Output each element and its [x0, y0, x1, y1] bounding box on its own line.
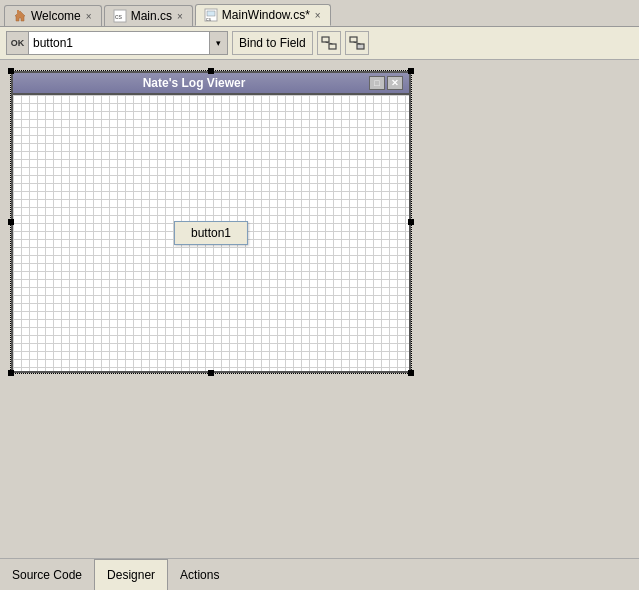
bind-to-field-button[interactable]: Bind to Field — [232, 31, 313, 55]
svg-rect-12 — [357, 44, 364, 49]
handle-bottom-right[interactable] — [408, 370, 414, 376]
home-icon — [13, 9, 27, 23]
maximize-button[interactable]: □ — [369, 76, 385, 90]
cs-designer-icon: cs — [204, 8, 218, 22]
handle-bottom-left[interactable] — [8, 370, 14, 376]
designer-frame[interactable]: Nate's Log Viewer □ ✕ button1 — [10, 70, 412, 374]
handle-top-right[interactable] — [408, 68, 414, 74]
component-dropdown-btn[interactable]: ▾ — [209, 32, 227, 54]
bottom-tab-source-code[interactable]: Source Code — [0, 559, 94, 590]
tab-welcome-close[interactable]: × — [85, 11, 93, 22]
component-ok-icon: OK — [7, 32, 29, 54]
bind-icon-1 — [321, 35, 337, 51]
tab-bar: Welcome × cs Main.cs × cs MainWindow.cs*… — [0, 0, 639, 27]
tab-mainwindow-cs-label: MainWindow.cs* — [222, 8, 310, 22]
bottom-tab-designer[interactable]: Designer — [94, 559, 168, 590]
tab-mainwindow-cs[interactable]: cs MainWindow.cs* × — [195, 4, 331, 26]
close-icon: ✕ — [391, 78, 399, 88]
titlebar-controls: □ ✕ — [369, 76, 403, 90]
handle-top-center[interactable] — [208, 68, 214, 74]
component-name: button1 — [29, 36, 209, 50]
designer-body: button1 — [11, 93, 411, 373]
handle-bottom-center[interactable] — [208, 370, 214, 376]
close-button[interactable]: ✕ — [387, 76, 403, 90]
design-canvas: Nate's Log Viewer □ ✕ button1 — [0, 60, 639, 558]
bottom-tab-designer-label: Designer — [107, 568, 155, 582]
handle-top-left[interactable] — [8, 68, 14, 74]
handle-middle-left[interactable] — [8, 219, 14, 225]
designer-inner[interactable]: button1 — [13, 95, 409, 371]
bottom-tab-actions[interactable]: Actions — [168, 559, 231, 590]
svg-text:cs: cs — [206, 16, 212, 22]
tab-main-cs-label: Main.cs — [131, 9, 172, 23]
handle-middle-right[interactable] — [408, 219, 414, 225]
designer-window: Nate's Log Viewer □ ✕ button1 — [11, 71, 411, 373]
toolbar-icon-btn-2[interactable] — [345, 31, 369, 55]
tab-welcome[interactable]: Welcome × — [4, 5, 102, 26]
tab-mainwindow-cs-close[interactable]: × — [314, 10, 322, 21]
svg-rect-9 — [329, 44, 336, 49]
bottom-tab-bar: Source Code Designer Actions — [0, 558, 639, 590]
dropdown-arrow-icon: ▾ — [216, 38, 221, 48]
tab-welcome-label: Welcome — [31, 9, 81, 23]
bottom-tab-source-code-label: Source Code — [12, 568, 82, 582]
designer-window-title: Nate's Log Viewer — [19, 76, 369, 90]
design-button1[interactable]: button1 — [174, 221, 248, 245]
maximize-icon: □ — [374, 78, 379, 88]
component-selector[interactable]: OK button1 ▾ — [6, 31, 228, 55]
designer-titlebar: Nate's Log Viewer □ ✕ — [11, 71, 411, 93]
cs-icon: cs — [113, 9, 127, 23]
svg-rect-11 — [350, 37, 357, 42]
bind-icon-2 — [349, 35, 365, 51]
toolbar: OK button1 ▾ Bind to Field — [0, 27, 639, 60]
svg-text:cs: cs — [115, 13, 123, 20]
tab-main-cs-close[interactable]: × — [176, 11, 184, 22]
svg-rect-8 — [322, 37, 329, 42]
toolbar-icon-btn-1[interactable] — [317, 31, 341, 55]
bottom-tab-actions-label: Actions — [180, 568, 219, 582]
tab-main-cs[interactable]: cs Main.cs × — [104, 5, 193, 26]
svg-rect-2 — [17, 10, 19, 13]
